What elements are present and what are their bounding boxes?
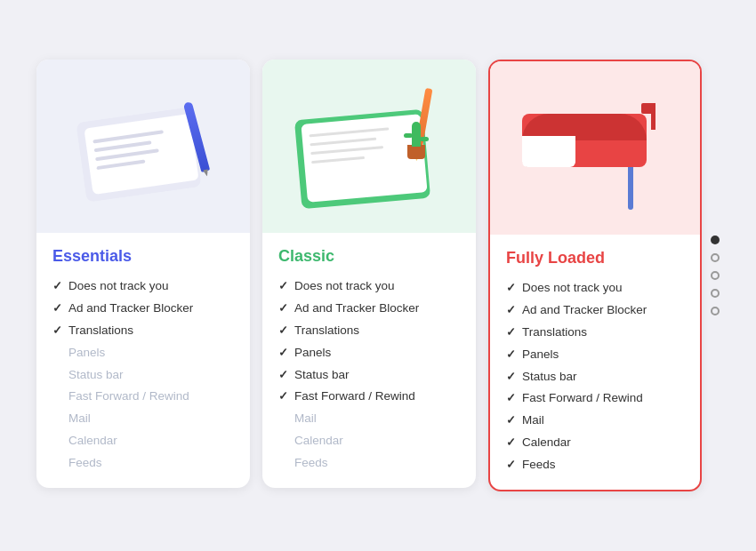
feature-item: ✓Calendar xyxy=(278,433,460,450)
checkmark-icon: ✓ xyxy=(506,458,517,471)
feature-text: Mail xyxy=(294,411,317,427)
feature-item: ✓Calendar xyxy=(506,435,684,451)
feature-text: Calendar xyxy=(522,435,571,451)
plan-content-loaded: Fully Loaded✓Does not track you✓Ad and T… xyxy=(490,235,700,490)
feature-text: Does not track you xyxy=(294,278,395,295)
plan-illustration-essentials xyxy=(36,60,250,233)
feature-text: Panels xyxy=(294,345,331,362)
feature-list-essentials: ✓Does not track you✓Ad and Tracker Block… xyxy=(52,278,234,472)
feature-item: ✓Does not track you xyxy=(278,278,460,295)
feature-item: ✓Fast Forward / Rewind xyxy=(52,388,234,405)
pagination-dot-4[interactable] xyxy=(711,307,720,315)
feature-item: ✓Does not track you xyxy=(52,278,234,295)
feature-item: ✓Panels xyxy=(506,347,684,363)
checkmark-icon: ✓ xyxy=(52,301,63,315)
feature-text: Status bar xyxy=(294,367,350,384)
essentials-illustration xyxy=(72,88,214,204)
feature-item: ✓Mail xyxy=(52,411,234,427)
feature-text: Calendar xyxy=(68,433,117,450)
checkmark-icon: ✓ xyxy=(506,303,517,316)
feature-item: ✓Ad and Tracker Blocker xyxy=(52,300,234,317)
plan-content-classic: Classic✓Does not track you✓Ad and Tracke… xyxy=(262,233,476,488)
feature-item: ✓Mail xyxy=(278,411,460,427)
feature-text: Translations xyxy=(522,324,587,341)
feature-text: Translations xyxy=(294,323,359,339)
feature-text: Does not track you xyxy=(522,280,623,297)
pagination-dots xyxy=(711,236,720,315)
feature-item: ✓Status bar xyxy=(52,367,234,384)
feature-text: Does not track you xyxy=(68,278,169,295)
mailbox-door xyxy=(522,136,575,167)
feature-item: ✓Status bar xyxy=(506,369,684,386)
mailbox-post xyxy=(628,161,633,210)
checkmark-icon: ✓ xyxy=(278,346,289,359)
feature-text: Status bar xyxy=(68,367,124,384)
cactus-body xyxy=(412,122,421,147)
feature-text: Mail xyxy=(68,411,91,427)
feature-item: ✓Fast Forward / Rewind xyxy=(278,388,460,405)
plan-content-essentials: Essentials✓Does not track you✓Ad and Tra… xyxy=(36,233,250,488)
feature-list-classic: ✓Does not track you✓Ad and Tracker Block… xyxy=(278,278,460,472)
feature-item: ✓Status bar xyxy=(278,367,460,384)
feature-item: ✓Panels xyxy=(278,345,460,362)
pagination-dot-0[interactable] xyxy=(711,236,720,244)
checkmark-icon: ✓ xyxy=(506,435,517,449)
plan-card-essentials[interactable]: Essentials✓Does not track you✓Ad and Tra… xyxy=(36,60,250,488)
checkmark-icon: ✓ xyxy=(278,301,289,315)
feature-text: Ad and Tracker Blocker xyxy=(522,302,647,319)
feature-item: ✓Mail xyxy=(506,412,684,429)
nb-line4 xyxy=(311,156,365,164)
feature-item: ✓Feeds xyxy=(52,455,234,472)
feature-item: ✓Ad and Tracker Blocker xyxy=(278,300,460,317)
feature-text: Calendar xyxy=(294,433,343,450)
feature-text: Feeds xyxy=(522,457,556,474)
feature-item: ✓Translations xyxy=(278,323,460,339)
feature-text: Feeds xyxy=(68,455,102,472)
feature-item: ✓Panels xyxy=(52,345,234,362)
plans-grid: Essentials✓Does not track you✓Ad and Tra… xyxy=(36,60,702,491)
checkmark-icon: ✓ xyxy=(278,368,289,381)
feature-item: ✓Calendar xyxy=(52,433,234,450)
checkmark-icon: ✓ xyxy=(278,389,289,403)
feature-item: ✓Does not track you xyxy=(506,280,684,297)
plan-title-classic: Classic xyxy=(278,247,460,266)
feature-text: Panels xyxy=(522,347,559,363)
checkmark-icon: ✓ xyxy=(278,279,289,292)
pagination-dot-1[interactable] xyxy=(711,253,720,262)
feature-list-loaded: ✓Does not track you✓Ad and Tracker Block… xyxy=(506,280,684,474)
feature-item: ✓Feeds xyxy=(506,457,684,474)
loaded-illustration xyxy=(518,85,673,210)
feature-text: Status bar xyxy=(522,369,577,386)
feature-item: ✓Feeds xyxy=(278,455,460,472)
plan-illustration-classic xyxy=(262,60,476,233)
checkmark-icon: ✓ xyxy=(506,391,517,404)
checkmark-icon: ✓ xyxy=(506,325,517,339)
checkmark-icon: ✓ xyxy=(506,347,517,361)
cactus-pot xyxy=(407,145,425,159)
plan-card-classic[interactable]: Classic✓Does not track you✓Ad and Tracke… xyxy=(262,60,476,488)
nb-line2 xyxy=(310,138,376,147)
feature-item: ✓Translations xyxy=(506,324,684,341)
plan-illustration-loaded xyxy=(490,61,700,235)
line4 xyxy=(96,160,145,171)
feature-text: Translations xyxy=(68,323,133,339)
page-container: Essentials✓Does not track you✓Ad and Tra… xyxy=(0,0,756,551)
feature-text: Fast Forward / Rewind xyxy=(294,388,415,405)
feature-text: Mail xyxy=(522,412,544,429)
checkmark-icon: ✓ xyxy=(506,413,517,427)
cactus-shape xyxy=(404,110,429,159)
checkmark-icon: ✓ xyxy=(278,323,289,337)
checkmark-icon: ✓ xyxy=(52,323,63,337)
feature-text: Feeds xyxy=(294,455,328,472)
feature-item: ✓Translations xyxy=(52,323,234,339)
line3 xyxy=(95,149,159,162)
nb-line1 xyxy=(309,128,389,138)
plan-card-loaded[interactable]: Fully Loaded✓Does not track you✓Ad and T… xyxy=(488,60,702,491)
checkmark-icon: ✓ xyxy=(506,281,517,294)
line1 xyxy=(92,131,164,144)
pagination-dot-3[interactable] xyxy=(711,289,720,298)
pagination-dot-2[interactable] xyxy=(711,271,720,280)
feature-text: Ad and Tracker Blocker xyxy=(68,300,193,317)
feature-item: ✓Fast Forward / Rewind xyxy=(506,390,684,407)
mailbox-flag xyxy=(651,103,655,130)
